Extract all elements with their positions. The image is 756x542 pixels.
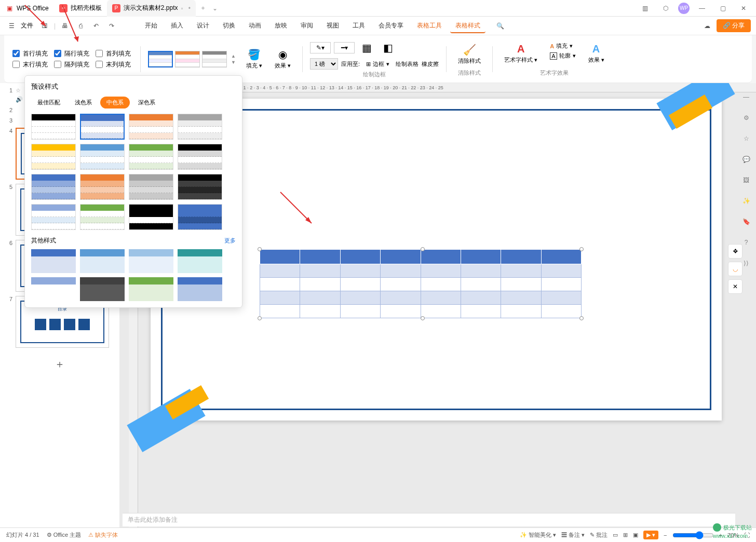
style-opt[interactable] [80, 114, 125, 140]
style-preview-2[interactable] [175, 51, 200, 67]
rs-star-icon[interactable]: ☆ [740, 132, 752, 145]
art-fill-button[interactable]: A 填充 ▾ [547, 41, 578, 51]
gallery-down-icon[interactable]: ▼ [231, 60, 236, 65]
check-first-row[interactable]: 首行填充 [10, 48, 50, 59]
art-style-button[interactable]: A艺术字样式 ▾ [500, 41, 542, 66]
style-opt[interactable] [178, 204, 222, 230]
view-sorter-icon[interactable]: ⊞ [623, 532, 628, 538]
menu-design[interactable]: 设计 [192, 18, 214, 33]
notes-bar[interactable]: 单击此处添加备注 [123, 513, 735, 526]
style-preview-1[interactable] [148, 51, 173, 67]
effect-button[interactable]: ◉效果 ▾ [271, 46, 295, 72]
zoom-slider[interactable] [672, 531, 714, 539]
menu-view[interactable]: 视图 [321, 18, 344, 33]
check-banded-col[interactable]: 隔列填充 [52, 59, 91, 70]
check-last-row[interactable]: 末行填充 [10, 59, 50, 70]
tab-overflow-icon[interactable]: ⌄ [210, 5, 220, 12]
tab-best-match[interactable]: 最佳匹配 [31, 97, 66, 109]
check-banded-row[interactable]: 隔行填充 [52, 48, 91, 59]
close-button[interactable]: ✕ [735, 0, 752, 17]
search-icon[interactable]: 🔍 [494, 20, 506, 32]
rs-chat-icon[interactable]: 💬 [740, 153, 752, 166]
line-weight-select[interactable]: 1 磅 [310, 58, 338, 70]
menu-table-tools[interactable]: 表格工具 [412, 18, 447, 33]
tab-document[interactable]: P 演示文稿素材2.pptx ▫ • [107, 0, 196, 17]
menu-transition[interactable]: 切换 [218, 18, 240, 33]
new-tab-button[interactable]: ＋ [196, 0, 210, 17]
cloud-icon[interactable]: ☁ [701, 20, 713, 32]
other-style[interactable] [178, 249, 222, 273]
zoom-out-icon[interactable]: − [664, 532, 667, 538]
tab-menu-icon[interactable]: ▫ [181, 5, 183, 12]
tools-icon[interactable]: ✕ [728, 279, 743, 294]
other-style[interactable] [129, 249, 173, 273]
style-gallery[interactable]: ▲ ▼ [148, 51, 238, 67]
redo-icon[interactable]: ↷ [105, 20, 118, 32]
other-style[interactable] [129, 277, 173, 301]
eraser-button[interactable]: ◧ [379, 39, 397, 56]
maximize-button[interactable]: ▢ [714, 0, 731, 17]
menu-animation[interactable]: 动画 [244, 18, 266, 33]
tab-close-icon[interactable]: • [188, 5, 191, 12]
menu-icon[interactable]: ☰ [5, 20, 18, 32]
other-style[interactable] [80, 249, 125, 273]
style-opt[interactable] [31, 204, 76, 230]
menu-vip[interactable]: 会员专享 [373, 18, 409, 33]
style-opt[interactable] [129, 204, 173, 230]
other-style[interactable] [31, 277, 76, 301]
menu-table-style[interactable]: 表格样式 [450, 18, 485, 33]
clear-style-button[interactable]: 🧹清除样式 [454, 42, 485, 67]
style-opt[interactable] [178, 144, 222, 170]
pen-color-icon[interactable]: ✎▾ [310, 42, 331, 53]
style-opt[interactable] [80, 204, 125, 230]
star-icon[interactable]: ☆ [16, 87, 23, 94]
check-first-col[interactable]: 首列填充 [93, 48, 133, 59]
beautify-button[interactable]: ✨ 智能美化 ▾ [520, 531, 556, 539]
rs-sparkle-icon[interactable]: ✨ [740, 195, 752, 207]
style-opt[interactable] [31, 114, 76, 140]
style-opt[interactable] [31, 144, 76, 170]
rs-bookmark-icon[interactable]: 🔖 [740, 215, 752, 228]
style-opt[interactable] [80, 174, 125, 200]
style-preview-3[interactable] [202, 51, 227, 67]
avatar[interactable]: WP [678, 3, 690, 14]
gallery-up-icon[interactable]: ▲ [231, 53, 236, 59]
other-style[interactable] [31, 249, 76, 273]
comments-toggle[interactable]: ✎ 批注 [590, 531, 608, 539]
rs-collapse-icon[interactable]: ⟩⟩ [740, 257, 752, 269]
art-outline-button[interactable]: A 轮廓 ▾ [547, 51, 578, 61]
check-last-col[interactable]: 末列填充 [93, 59, 133, 70]
add-slide-button[interactable]: ＋ [55, 358, 65, 370]
tab-dark[interactable]: 深色系 [132, 97, 161, 109]
menu-review[interactable]: 审阅 [295, 18, 318, 33]
view-normal-icon[interactable]: ▭ [613, 532, 618, 538]
line-style-icon[interactable]: ━▾ [334, 42, 355, 53]
draw-table-button[interactable]: ▦ [358, 39, 376, 56]
border-button[interactable]: ⊞ 边框 ▾ [363, 59, 393, 69]
theme-label[interactable]: ⚙ Office 主题 [47, 531, 82, 539]
notes-toggle[interactable]: ☰ 备注 ▾ [561, 531, 585, 539]
tab-light[interactable]: 浅色系 [69, 97, 98, 109]
style-opt[interactable] [31, 174, 76, 200]
rs-settings-icon[interactable]: ⚙ [740, 112, 752, 124]
share-button[interactable]: 🔗 分享 [717, 19, 751, 32]
view-reading-icon[interactable]: ▣ [633, 532, 638, 538]
style-opt[interactable] [80, 144, 125, 170]
missing-font-warning[interactable]: ⚠ 缺失字体 [88, 531, 118, 539]
table[interactable] [260, 249, 582, 318]
rs-minus-icon[interactable]: — [740, 91, 752, 103]
other-style[interactable] [80, 277, 125, 301]
art-effect-button[interactable]: A效果 ▾ [584, 41, 609, 66]
fill-button[interactable]: 🪣填充 ▾ [242, 46, 266, 72]
style-opt[interactable] [129, 114, 173, 140]
more-link[interactable]: 更多 [224, 237, 236, 245]
minimize-button[interactable]: — [694, 0, 710, 17]
cube-icon[interactable]: ⬡ [657, 0, 674, 17]
rs-help-icon[interactable]: ? [740, 236, 752, 249]
menu-slideshow[interactable]: 放映 [269, 18, 292, 33]
view-slideshow-icon[interactable]: ▶ ▾ [643, 531, 658, 539]
sound-icon[interactable]: 🔊 [16, 96, 23, 103]
style-opt[interactable] [178, 114, 222, 140]
menu-tools[interactable]: 工具 [347, 18, 370, 33]
menu-insert[interactable]: 插入 [166, 18, 188, 33]
